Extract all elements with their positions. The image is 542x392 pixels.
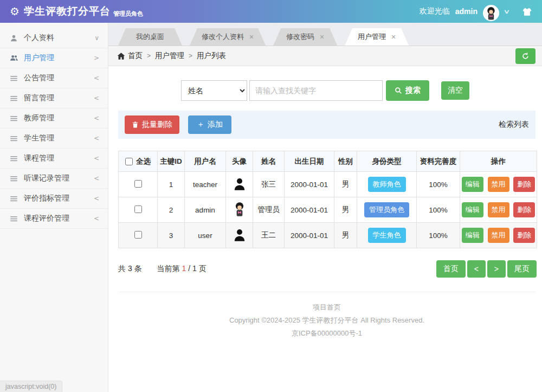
- sidebar-item-messages[interactable]: 留言管理 <: [0, 88, 108, 108]
- edit-button[interactable]: 编辑: [462, 228, 483, 243]
- col-header-name: 姓名: [253, 151, 285, 172]
- current-page-label: 当前第: [157, 264, 180, 273]
- chevron-left-icon: <: [94, 155, 99, 162]
- cartoon-avatar-icon: [484, 6, 498, 20]
- tab-edit-profile[interactable]: 修改个人资料 ×: [190, 28, 266, 46]
- search-field-select[interactable]: 姓名: [181, 80, 247, 101]
- last-page-button[interactable]: 尾页: [507, 260, 537, 278]
- search-button[interactable]: 搜索: [386, 80, 429, 101]
- theme-shirt-icon[interactable]: [522, 7, 532, 17]
- search-list-label: 检索列表: [499, 120, 529, 130]
- col-header-completeness: 资料完善度: [417, 151, 460, 172]
- first-page-button[interactable]: 首页: [436, 260, 466, 278]
- tab-change-password[interactable]: 修改密码 ×: [273, 28, 337, 46]
- edit-button[interactable]: 编辑: [462, 177, 483, 192]
- select-all-checkbox[interactable]: [125, 158, 133, 165]
- batch-delete-label: 批量删除: [142, 120, 172, 130]
- sidebar-item-user-management[interactable]: 用户管理 >: [0, 48, 108, 68]
- sidebar-item-courses[interactable]: 课程管理 <: [0, 149, 108, 169]
- cell-completeness: 100%: [417, 223, 460, 248]
- disable-button[interactable]: 禁用: [488, 228, 509, 243]
- list-icon: [10, 175, 22, 183]
- disable-button[interactable]: 禁用: [488, 177, 509, 192]
- sidebar-item-students[interactable]: 学生管理 <: [0, 128, 108, 149]
- delete-button[interactable]: 删除: [513, 177, 535, 192]
- col-header-username: 用户名: [185, 151, 226, 172]
- cell-name: 管理员: [253, 197, 285, 223]
- next-page-button[interactable]: >: [487, 260, 506, 278]
- sidebar-item-profile[interactable]: 个人资料 ∨: [0, 28, 108, 48]
- chevron-left-icon: <: [94, 74, 99, 82]
- cell-name: 张三: [253, 172, 285, 197]
- close-icon[interactable]: ×: [249, 33, 254, 41]
- batch-delete-button[interactable]: 批量删除: [125, 115, 179, 134]
- refresh-icon: [521, 52, 530, 60]
- refresh-button[interactable]: [515, 48, 535, 64]
- cell-completeness: 100%: [417, 197, 460, 223]
- edit-button[interactable]: 编辑: [462, 202, 483, 217]
- cell-gender: 男: [334, 223, 357, 248]
- col-header-actions: 操作: [460, 151, 537, 172]
- close-icon[interactable]: ×: [320, 33, 324, 41]
- add-label: 添加: [208, 120, 223, 130]
- col-header-id: 主键ID: [158, 151, 185, 172]
- trash-icon: [132, 121, 139, 128]
- sidebar-item-lecture-records[interactable]: 听课记录管理 <: [0, 169, 108, 189]
- total-pages-number: 1: [192, 264, 197, 273]
- close-icon[interactable]: ×: [391, 33, 396, 41]
- tab-my-desktop[interactable]: 我的桌面: [118, 28, 182, 46]
- prev-page-button[interactable]: <: [467, 260, 486, 278]
- row-checkbox[interactable]: [134, 205, 142, 213]
- page-footer: 项目首页 Copyright ©2024-2025 学生评教打分平台 All R…: [118, 292, 535, 345]
- search-input[interactable]: [249, 80, 383, 101]
- sidebar-item-evaluation-indicators[interactable]: 评价指标管理 <: [0, 189, 108, 209]
- breadcrumb-user-list: 用户列表: [197, 51, 226, 61]
- sidebar-item-teachers[interactable]: 教师管理 <: [0, 108, 108, 128]
- sidebar-item-label: 用户管理: [24, 53, 94, 63]
- cell-birth: 2000-01-01: [285, 172, 334, 197]
- sidebar-item-label: 课程管理: [24, 153, 94, 163]
- tab-user-management[interactable]: 用户管理 ×: [345, 28, 409, 46]
- list-icon: [10, 114, 22, 123]
- row-checkbox[interactable]: [134, 231, 142, 239]
- project-home-link[interactable]: 项目首页: [118, 301, 535, 314]
- current-page-text: 当前第 1 / 1 页: [157, 264, 207, 274]
- sidebar: 个人资料 ∨ 用户管理 > 公告管理 < 留言管理 < 教师管理 < 学生管理 …: [0, 23, 108, 392]
- list-icon: [10, 134, 22, 143]
- cell-id: 3: [158, 223, 185, 248]
- role-badge: 管理员角色: [364, 202, 409, 217]
- user-avatar[interactable]: [483, 5, 499, 21]
- delete-button[interactable]: 删除: [513, 228, 535, 243]
- sidebar-item-label: 听课记录管理: [24, 173, 94, 183]
- username-text: admin: [455, 7, 478, 16]
- user-table: 全选 主键ID 用户名 头像 姓名 出生日期 性别 身份类型 资料完善度 操作 …: [118, 151, 537, 248]
- chevron-down-icon: ∨: [94, 34, 99, 42]
- breadcrumb-user-management[interactable]: 用户管理: [155, 51, 184, 61]
- current-page-number: 1: [182, 264, 186, 273]
- user-icon: [10, 34, 22, 42]
- sidebar-item-announcements[interactable]: 公告管理 <: [0, 68, 108, 88]
- clear-button[interactable]: 清空: [441, 81, 469, 100]
- cell-id: 2: [158, 197, 185, 223]
- chevron-left-icon: <: [94, 94, 99, 102]
- chevron-down-icon[interactable]: ∨: [504, 8, 511, 15]
- breadcrumb-home[interactable]: 首页: [128, 51, 143, 61]
- search-button-label: 搜索: [405, 86, 421, 95]
- sidebar-item-label: 个人资料: [24, 33, 94, 43]
- chevron-left-icon: <: [94, 175, 99, 182]
- col-header-gender: 性别: [334, 151, 357, 172]
- pagination: 共 3 条 当前第 1 / 1 页 首页 < > 尾页: [118, 260, 537, 278]
- chevron-left-icon: <: [94, 215, 99, 222]
- add-button[interactable]: ＋ 添加: [188, 115, 231, 134]
- search-bar: 姓名 搜索 清空: [181, 80, 535, 101]
- gear-icon: ⚙: [10, 6, 20, 17]
- tab-label: 修改个人资料: [202, 32, 244, 42]
- sidebar-item-course-evaluations[interactable]: 课程评价管理 <: [0, 209, 108, 229]
- plus-icon: ＋: [197, 120, 204, 130]
- disable-button[interactable]: 禁用: [488, 202, 509, 217]
- col-header-birth: 出生日期: [285, 151, 334, 172]
- row-checkbox[interactable]: [134, 180, 142, 188]
- delete-button[interactable]: 删除: [513, 202, 535, 217]
- search-icon: [395, 87, 402, 94]
- list-icon: [10, 215, 22, 223]
